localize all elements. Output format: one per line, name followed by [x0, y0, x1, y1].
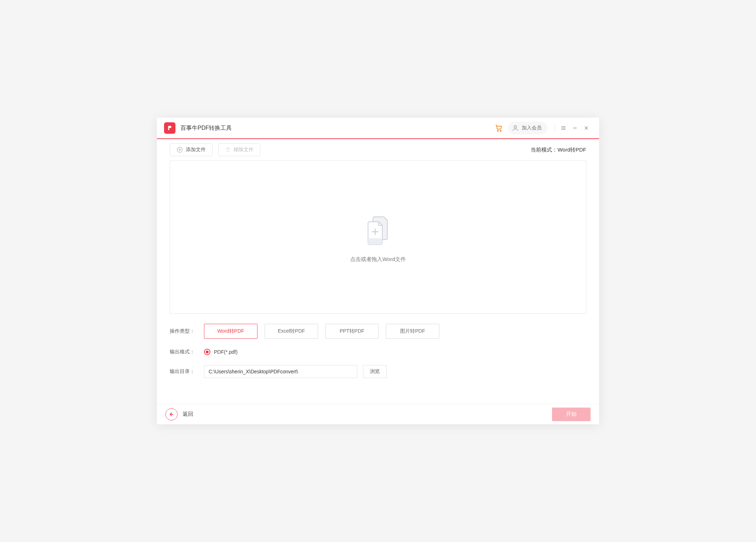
- close-icon: [584, 126, 589, 131]
- svg-point-1: [500, 131, 501, 132]
- cart-button[interactable]: [492, 122, 505, 134]
- app-logo: [164, 122, 175, 134]
- documents-icon: [360, 212, 396, 247]
- plus-circle-icon: [177, 147, 183, 153]
- output-format-label: 输出格式：: [170, 349, 204, 355]
- svg-point-2: [514, 126, 517, 128]
- output-format-row: 输出格式： PDF(*.pdf): [170, 349, 586, 355]
- output-dir-label: 输出目录：: [170, 368, 204, 375]
- file-drop-zone[interactable]: 点击或者拖入Word文件: [170, 160, 586, 314]
- app-title: 百事牛PDF转换工具: [180, 124, 232, 132]
- start-button[interactable]: 开始: [552, 408, 591, 421]
- back-arrow-icon: [165, 408, 178, 420]
- operation-type-group: Word转PDF Excel转PDF PPT转PDF 图片转PDF: [204, 324, 439, 339]
- back-label: 返回: [183, 411, 193, 418]
- close-button[interactable]: [581, 122, 592, 134]
- output-dir-row: 输出目录： 浏览: [170, 365, 586, 378]
- minimize-button[interactable]: [569, 122, 581, 134]
- remove-file-label: 移除文件: [234, 147, 254, 153]
- current-mode-label: 当前模式：Word转PDF: [531, 147, 586, 153]
- browse-button[interactable]: 浏览: [363, 365, 387, 378]
- remove-file-button[interactable]: 移除文件: [218, 143, 260, 156]
- svg-rect-12: [368, 238, 382, 245]
- add-file-button[interactable]: 添加文件: [170, 143, 213, 156]
- add-file-label: 添加文件: [186, 147, 206, 153]
- options-form: 操作类型： Word转PDF Excel转PDF PPT转PDF 图片转PDF …: [157, 314, 599, 384]
- operation-type-row: 操作类型： Word转PDF Excel转PDF PPT转PDF 图片转PDF: [170, 324, 586, 339]
- output-format-radio-pdf[interactable]: PDF(*.pdf): [204, 349, 237, 355]
- menu-button[interactable]: [558, 122, 569, 134]
- join-member-button[interactable]: 加入会员: [508, 122, 547, 134]
- cart-icon: [495, 124, 503, 132]
- member-label: 加入会员: [522, 125, 542, 131]
- dropzone-hint: 点击或者拖入Word文件: [350, 256, 406, 263]
- app-window: 百事牛PDF转换工具 加入会员: [157, 118, 599, 424]
- type-word-to-pdf[interactable]: Word转PDF: [204, 324, 257, 339]
- titlebar: 百事牛PDF转换工具 加入会员: [157, 118, 599, 139]
- minimize-icon: [572, 126, 577, 131]
- svg-point-0: [497, 131, 499, 132]
- back-button[interactable]: 返回: [165, 408, 193, 420]
- menu-icon: [561, 125, 566, 131]
- footer: 返回 开始: [157, 404, 599, 424]
- type-image-to-pdf[interactable]: 图片转PDF: [386, 324, 439, 339]
- type-excel-to-pdf[interactable]: Excel转PDF: [265, 324, 318, 339]
- user-icon: [512, 124, 519, 132]
- operation-type-label: 操作类型：: [170, 328, 204, 334]
- output-format-value: PDF(*.pdf): [214, 349, 237, 355]
- radio-icon: [204, 349, 210, 355]
- output-dir-input[interactable]: [204, 365, 357, 378]
- titlebar-divider: [555, 124, 555, 132]
- type-ppt-to-pdf[interactable]: PPT转PDF: [325, 324, 379, 339]
- toolbar: 添加文件 移除文件 当前模式：Word转PDF: [157, 139, 599, 160]
- trash-icon: [225, 147, 231, 153]
